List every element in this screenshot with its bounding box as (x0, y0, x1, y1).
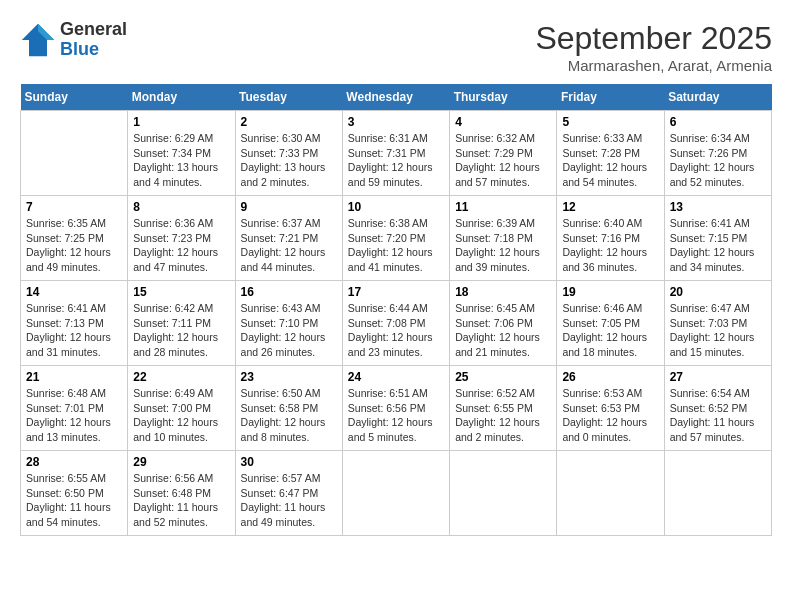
day-number: 11 (455, 200, 551, 214)
day-number: 29 (133, 455, 229, 469)
day-info: Sunrise: 6:39 AMSunset: 7:18 PMDaylight:… (455, 216, 551, 275)
calendar-day-cell: 14Sunrise: 6:41 AMSunset: 7:13 PMDayligh… (21, 281, 128, 366)
calendar-day-cell: 21Sunrise: 6:48 AMSunset: 7:01 PMDayligh… (21, 366, 128, 451)
day-info: Sunrise: 6:49 AMSunset: 7:00 PMDaylight:… (133, 386, 229, 445)
day-info: Sunrise: 6:47 AMSunset: 7:03 PMDaylight:… (670, 301, 766, 360)
day-info: Sunrise: 6:41 AMSunset: 7:15 PMDaylight:… (670, 216, 766, 275)
day-number: 21 (26, 370, 122, 384)
calendar-day-cell: 20Sunrise: 6:47 AMSunset: 7:03 PMDayligh… (664, 281, 771, 366)
day-info: Sunrise: 6:42 AMSunset: 7:11 PMDaylight:… (133, 301, 229, 360)
day-number: 1 (133, 115, 229, 129)
day-info: Sunrise: 6:57 AMSunset: 6:47 PMDaylight:… (241, 471, 337, 530)
calendar-day-cell: 8Sunrise: 6:36 AMSunset: 7:23 PMDaylight… (128, 196, 235, 281)
calendar-day-cell: 17Sunrise: 6:44 AMSunset: 7:08 PMDayligh… (342, 281, 449, 366)
day-info: Sunrise: 6:40 AMSunset: 7:16 PMDaylight:… (562, 216, 658, 275)
day-info: Sunrise: 6:48 AMSunset: 7:01 PMDaylight:… (26, 386, 122, 445)
day-info: Sunrise: 6:44 AMSunset: 7:08 PMDaylight:… (348, 301, 444, 360)
calendar-day-cell: 7Sunrise: 6:35 AMSunset: 7:25 PMDaylight… (21, 196, 128, 281)
day-info: Sunrise: 6:53 AMSunset: 6:53 PMDaylight:… (562, 386, 658, 445)
calendar-day-cell: 26Sunrise: 6:53 AMSunset: 6:53 PMDayligh… (557, 366, 664, 451)
calendar-day-cell: 28Sunrise: 6:55 AMSunset: 6:50 PMDayligh… (21, 451, 128, 536)
day-number: 12 (562, 200, 658, 214)
title-block: September 2025 Marmarashen, Ararat, Arme… (535, 20, 772, 74)
weekday-header: Monday (128, 84, 235, 111)
day-number: 24 (348, 370, 444, 384)
calendar-day-cell: 6Sunrise: 6:34 AMSunset: 7:26 PMDaylight… (664, 111, 771, 196)
calendar-day-cell: 19Sunrise: 6:46 AMSunset: 7:05 PMDayligh… (557, 281, 664, 366)
day-number: 19 (562, 285, 658, 299)
calendar-day-cell: 2Sunrise: 6:30 AMSunset: 7:33 PMDaylight… (235, 111, 342, 196)
month-title: September 2025 (535, 20, 772, 57)
day-number: 30 (241, 455, 337, 469)
calendar-table: SundayMondayTuesdayWednesdayThursdayFrid… (20, 84, 772, 536)
calendar-day-cell: 30Sunrise: 6:57 AMSunset: 6:47 PMDayligh… (235, 451, 342, 536)
day-number: 9 (241, 200, 337, 214)
day-info: Sunrise: 6:36 AMSunset: 7:23 PMDaylight:… (133, 216, 229, 275)
weekday-header: Friday (557, 84, 664, 111)
calendar-day-cell: 22Sunrise: 6:49 AMSunset: 7:00 PMDayligh… (128, 366, 235, 451)
day-info: Sunrise: 6:46 AMSunset: 7:05 PMDaylight:… (562, 301, 658, 360)
location-subtitle: Marmarashen, Ararat, Armenia (535, 57, 772, 74)
day-number: 27 (670, 370, 766, 384)
weekday-header: Sunday (21, 84, 128, 111)
day-number: 20 (670, 285, 766, 299)
day-number: 17 (348, 285, 444, 299)
day-number: 28 (26, 455, 122, 469)
day-info: Sunrise: 6:32 AMSunset: 7:29 PMDaylight:… (455, 131, 551, 190)
calendar-week-row: 7Sunrise: 6:35 AMSunset: 7:25 PMDaylight… (21, 196, 772, 281)
day-info: Sunrise: 6:38 AMSunset: 7:20 PMDaylight:… (348, 216, 444, 275)
day-number: 10 (348, 200, 444, 214)
day-info: Sunrise: 6:52 AMSunset: 6:55 PMDaylight:… (455, 386, 551, 445)
day-number: 16 (241, 285, 337, 299)
day-number: 4 (455, 115, 551, 129)
calendar-day-cell (21, 111, 128, 196)
calendar-header-row: SundayMondayTuesdayWednesdayThursdayFrid… (21, 84, 772, 111)
calendar-week-row: 21Sunrise: 6:48 AMSunset: 7:01 PMDayligh… (21, 366, 772, 451)
calendar-day-cell: 24Sunrise: 6:51 AMSunset: 6:56 PMDayligh… (342, 366, 449, 451)
calendar-day-cell (557, 451, 664, 536)
day-number: 25 (455, 370, 551, 384)
logo-icon (20, 22, 56, 58)
calendar-day-cell: 11Sunrise: 6:39 AMSunset: 7:18 PMDayligh… (450, 196, 557, 281)
calendar-day-cell: 29Sunrise: 6:56 AMSunset: 6:48 PMDayligh… (128, 451, 235, 536)
day-info: Sunrise: 6:33 AMSunset: 7:28 PMDaylight:… (562, 131, 658, 190)
calendar-week-row: 1Sunrise: 6:29 AMSunset: 7:34 PMDaylight… (21, 111, 772, 196)
day-info: Sunrise: 6:56 AMSunset: 6:48 PMDaylight:… (133, 471, 229, 530)
day-number: 7 (26, 200, 122, 214)
day-info: Sunrise: 6:31 AMSunset: 7:31 PMDaylight:… (348, 131, 444, 190)
calendar-body: 1Sunrise: 6:29 AMSunset: 7:34 PMDaylight… (21, 111, 772, 536)
day-info: Sunrise: 6:51 AMSunset: 6:56 PMDaylight:… (348, 386, 444, 445)
day-number: 14 (26, 285, 122, 299)
calendar-day-cell: 16Sunrise: 6:43 AMSunset: 7:10 PMDayligh… (235, 281, 342, 366)
calendar-day-cell: 9Sunrise: 6:37 AMSunset: 7:21 PMDaylight… (235, 196, 342, 281)
day-number: 13 (670, 200, 766, 214)
calendar-day-cell (450, 451, 557, 536)
calendar-day-cell: 27Sunrise: 6:54 AMSunset: 6:52 PMDayligh… (664, 366, 771, 451)
calendar-day-cell (342, 451, 449, 536)
weekday-header: Thursday (450, 84, 557, 111)
calendar-day-cell: 10Sunrise: 6:38 AMSunset: 7:20 PMDayligh… (342, 196, 449, 281)
day-number: 18 (455, 285, 551, 299)
day-info: Sunrise: 6:37 AMSunset: 7:21 PMDaylight:… (241, 216, 337, 275)
page-header: General Blue September 2025 Marmarashen,… (20, 20, 772, 74)
day-number: 8 (133, 200, 229, 214)
day-info: Sunrise: 6:41 AMSunset: 7:13 PMDaylight:… (26, 301, 122, 360)
weekday-header: Wednesday (342, 84, 449, 111)
weekday-header: Tuesday (235, 84, 342, 111)
day-number: 5 (562, 115, 658, 129)
calendar-day-cell: 1Sunrise: 6:29 AMSunset: 7:34 PMDaylight… (128, 111, 235, 196)
logo-text: General Blue (60, 20, 127, 60)
day-number: 15 (133, 285, 229, 299)
day-number: 23 (241, 370, 337, 384)
day-info: Sunrise: 6:45 AMSunset: 7:06 PMDaylight:… (455, 301, 551, 360)
calendar-day-cell: 25Sunrise: 6:52 AMSunset: 6:55 PMDayligh… (450, 366, 557, 451)
day-info: Sunrise: 6:43 AMSunset: 7:10 PMDaylight:… (241, 301, 337, 360)
day-info: Sunrise: 6:34 AMSunset: 7:26 PMDaylight:… (670, 131, 766, 190)
calendar-day-cell: 4Sunrise: 6:32 AMSunset: 7:29 PMDaylight… (450, 111, 557, 196)
calendar-day-cell: 15Sunrise: 6:42 AMSunset: 7:11 PMDayligh… (128, 281, 235, 366)
day-info: Sunrise: 6:50 AMSunset: 6:58 PMDaylight:… (241, 386, 337, 445)
day-info: Sunrise: 6:55 AMSunset: 6:50 PMDaylight:… (26, 471, 122, 530)
day-number: 6 (670, 115, 766, 129)
day-number: 2 (241, 115, 337, 129)
weekday-header: Saturday (664, 84, 771, 111)
